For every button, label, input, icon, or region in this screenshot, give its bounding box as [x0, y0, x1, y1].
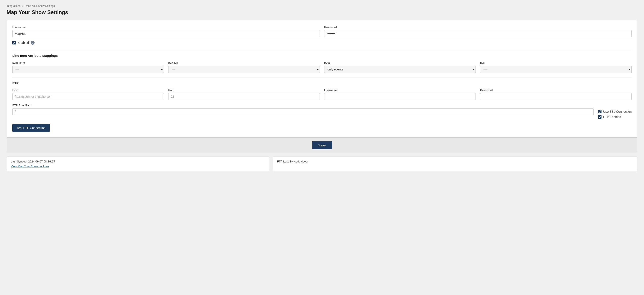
password-input[interactable] [324, 30, 632, 37]
username-input[interactable] [12, 30, 320, 37]
pavilion-group: pavilion — [168, 61, 320, 73]
hall-group: hall — [480, 61, 632, 73]
credentials-row: Username Password [12, 25, 632, 37]
view-lockbox-link[interactable]: View Map Your Show Lockbox [11, 165, 49, 168]
itemname-group: itemname — [12, 61, 164, 73]
booth-select[interactable]: only events — [324, 66, 476, 73]
password-group: Password [324, 25, 632, 37]
test-ftp-button[interactable]: Test FTP Connection [12, 124, 50, 132]
ftp-enabled-checkbox[interactable] [598, 115, 602, 119]
settings-card: Username Password Enabled ? Line Item At… [7, 20, 637, 137]
ftp-row1: Host Port Username Password [12, 88, 632, 100]
hall-label: hall [480, 61, 632, 64]
divider-1 [12, 50, 632, 50]
ftp-host-label: Host [12, 88, 164, 92]
ssl-row: Use SSL Connection [598, 110, 632, 113]
itemname-label: itemname [12, 61, 164, 64]
pavilion-select[interactable]: — [168, 66, 320, 73]
ftp-synced-value: Never [301, 160, 308, 163]
ftp-username-group: Username [324, 88, 476, 100]
ftp-section-title: FTP [12, 81, 632, 85]
save-button[interactable]: Save [312, 141, 332, 149]
last-synced-label: Last Synced: [11, 160, 27, 163]
ssl-checkbox[interactable] [598, 110, 602, 113]
ftp-sync-card: FTP Last Synced: Never [273, 157, 638, 171]
ftp-root-group: FTP Root Path [12, 104, 594, 115]
ftp-row2: FTP Root Path Use SSL Connection FTP Ena… [12, 104, 632, 119]
ftp-root-input[interactable] [12, 108, 594, 115]
last-synced-value: 2024-06-07 08:10:27 [28, 160, 55, 163]
ssl-options-group: Use SSL Connection FTP Enabled [598, 104, 632, 119]
ftp-port-label: Port [168, 88, 320, 92]
ftp-enabled-label: FTP Enabled [603, 115, 621, 119]
sync-card: Last Synced: 2024-06-07 08:10:27 View Ma… [6, 157, 269, 171]
breadcrumb-parent[interactable]: Integrations [6, 4, 20, 7]
ftp-password-input[interactable] [480, 93, 632, 100]
breadcrumb: Integrations » Map Your Show Settings [6, 4, 638, 7]
ftp-root-label: FTP Root Path [12, 104, 594, 107]
enabled-label: Enabled [18, 41, 29, 44]
breadcrumb-current: Map Your Show Settings [26, 4, 55, 7]
breadcrumb-separator: » [22, 4, 24, 7]
pavilion-label: pavilion [168, 61, 320, 64]
ftp-synced-label: FTP Last Synced: [277, 160, 300, 163]
username-label: Username [12, 25, 320, 29]
enabled-checkbox[interactable] [12, 41, 16, 44]
ftp-username-input[interactable] [324, 93, 476, 100]
last-synced-text: Last Synced: 2024-06-07 08:10:27 [11, 160, 265, 163]
attribute-mappings-row: itemname — pavilion — booth only events … [12, 61, 632, 73]
line-item-section-title: Line Item Attribute Mappings [12, 54, 632, 57]
ftp-username-label: Username [324, 88, 476, 92]
ftp-host-input[interactable] [12, 93, 164, 100]
username-group: Username [12, 25, 320, 37]
hall-select[interactable]: — [480, 66, 632, 73]
itemname-select[interactable]: — [12, 66, 164, 73]
ftp-port-input[interactable] [168, 93, 320, 100]
bottom-row: Last Synced: 2024-06-07 08:10:27 View Ma… [6, 157, 638, 171]
ftp-host-group: Host [12, 88, 164, 100]
footer-bar: Save [7, 137, 637, 153]
booth-group: booth only events — [324, 61, 476, 73]
booth-label: booth [324, 61, 476, 64]
ftp-password-label: Password [480, 88, 632, 92]
divider-2 [12, 77, 632, 78]
ftp-port-group: Port [168, 88, 320, 100]
ftp-enabled-row: FTP Enabled [598, 115, 632, 119]
enabled-row: Enabled ? [12, 41, 632, 45]
password-label: Password [324, 25, 632, 29]
help-icon[interactable]: ? [30, 41, 34, 45]
ssl-label: Use SSL Connection [603, 110, 632, 113]
page-title: Map Your Show Settings [6, 9, 638, 15]
ftp-password-group: Password [480, 88, 632, 100]
